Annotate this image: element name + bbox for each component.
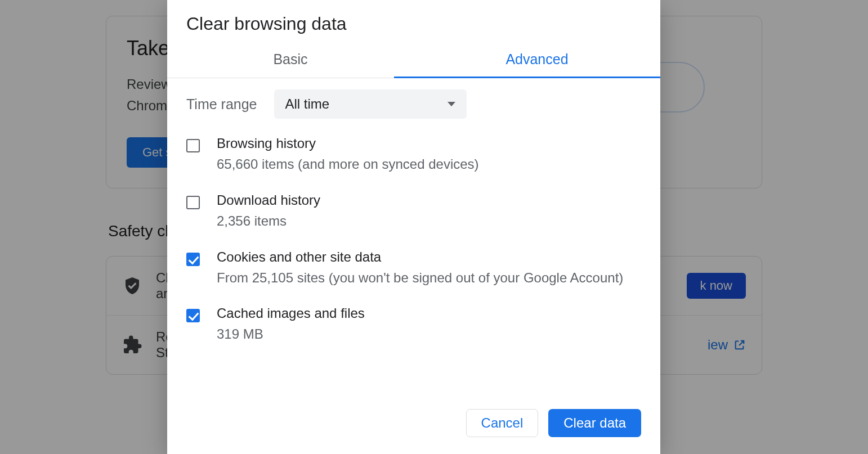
- dialog-footer: Cancel Clear data: [167, 398, 660, 454]
- checkbox-cookies[interactable]: [186, 253, 200, 266]
- option-subtitle: 2,356 items: [217, 212, 320, 231]
- chevron-down-icon: [448, 102, 455, 106]
- option-download-history: Download history 2,356 items: [186, 192, 641, 231]
- option-title: Cookies and other site data: [217, 249, 623, 265]
- time-range-value: All time: [285, 96, 330, 112]
- option-title: Download history: [217, 192, 320, 208]
- dialog-title: Clear browsing data: [167, 0, 660, 44]
- clear-data-button[interactable]: Clear data: [548, 409, 641, 437]
- tab-basic[interactable]: Basic: [167, 44, 414, 78]
- dialog-body[interactable]: Time range All time Browsing history 65,…: [167, 78, 660, 398]
- option-subtitle: 65,660 items (and more on synced devices…: [217, 155, 479, 174]
- cancel-button[interactable]: Cancel: [466, 409, 539, 437]
- checkbox-cached[interactable]: [186, 309, 200, 322]
- option-title: Browsing history: [217, 136, 479, 151]
- option-title: Cached images and files: [217, 305, 365, 321]
- option-browsing-history: Browsing history 65,660 items (and more …: [186, 136, 641, 174]
- time-range-row: Time range All time: [186, 89, 641, 119]
- tab-advanced[interactable]: Advanced: [414, 44, 660, 78]
- option-cached: Cached images and files 319 MB: [186, 305, 641, 344]
- checkbox-download-history[interactable]: [186, 196, 200, 209]
- time-range-select[interactable]: All time: [274, 89, 467, 119]
- clear-browsing-data-dialog: Clear browsing data Basic Advanced Time …: [167, 0, 660, 454]
- option-subtitle: From 25,105 sites (you won't be signed o…: [217, 268, 623, 288]
- option-cookies: Cookies and other site data From 25,105 …: [186, 249, 641, 288]
- checkbox-browsing-history[interactable]: [186, 139, 200, 152]
- tab-bar: Basic Advanced: [167, 44, 660, 78]
- options-list: Browsing history 65,660 items (and more …: [186, 136, 641, 344]
- time-range-label: Time range: [186, 96, 257, 113]
- option-subtitle: 319 MB: [217, 325, 365, 344]
